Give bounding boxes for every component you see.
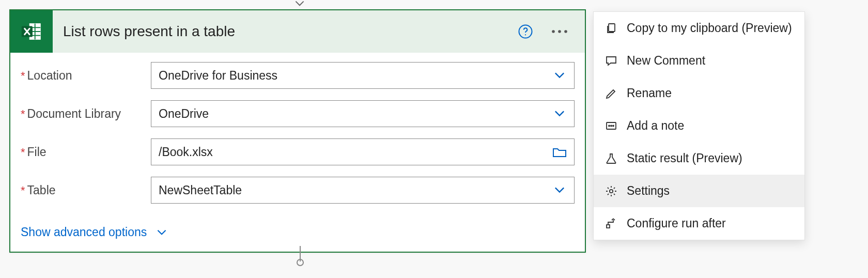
field-label: File: [27, 145, 47, 159]
menu-configure-run-after[interactable]: Configure run after: [594, 207, 804, 240]
menu-rename[interactable]: Rename: [594, 77, 804, 110]
menu-copy-clipboard[interactable]: Copy to my clipboard (Preview): [594, 12, 804, 44]
more-actions-button[interactable]: [551, 29, 571, 34]
location-value: OneDrive for Business: [159, 69, 552, 83]
svg-point-10: [564, 30, 567, 33]
help-icon[interactable]: [518, 24, 533, 39]
connector-line-icon: [295, 246, 305, 267]
svg-point-7: [525, 34, 526, 35]
field-row-document-library: * Document Library OneDrive: [21, 100, 575, 127]
connector-arrow-down-icon: [292, 0, 307, 10]
svg-point-8: [552, 30, 555, 33]
field-label: Table: [27, 183, 56, 197]
svg-point-9: [558, 30, 561, 33]
pencil-icon: [605, 87, 617, 100]
action-card-header[interactable]: List rows present in a table: [10, 10, 585, 53]
menu-static-result[interactable]: Static result (Preview): [594, 142, 804, 175]
file-picker[interactable]: /Book.xlsx: [151, 138, 575, 165]
svg-point-16: [611, 125, 612, 126]
svg-point-15: [609, 125, 610, 126]
chevron-down-icon: [552, 183, 567, 197]
menu-item-label: New Comment: [627, 54, 705, 68]
location-select[interactable]: OneDrive for Business: [151, 62, 575, 89]
context-menu: Copy to my clipboard (Preview) New Comme…: [593, 11, 805, 240]
chevron-down-icon: [552, 106, 567, 121]
action-card: List rows present in a table: [9, 9, 586, 253]
field-row-location: * Location OneDrive for Business: [21, 62, 575, 89]
document-library-select[interactable]: OneDrive: [151, 100, 575, 127]
svg-rect-19: [607, 225, 610, 228]
advanced-options-label: Show advanced options: [21, 225, 147, 239]
field-label: Location: [27, 69, 72, 83]
gear-icon: [605, 185, 617, 197]
menu-item-label: Add a note: [627, 119, 684, 133]
action-title: List rows present in a table: [53, 23, 518, 40]
menu-item-label: Settings: [627, 184, 670, 198]
menu-item-label: Configure run after: [627, 217, 726, 230]
chevron-down-icon: [155, 226, 168, 239]
svg-point-17: [613, 125, 614, 126]
copy-icon: [605, 22, 617, 35]
comment-icon: [605, 55, 617, 67]
field-row-table: * Table NewSheetTable: [21, 177, 575, 204]
menu-add-note[interactable]: Add a note: [594, 110, 804, 142]
field-label: Document Library: [27, 107, 121, 121]
excel-connector-icon: [10, 10, 53, 53]
menu-new-comment[interactable]: New Comment: [594, 44, 804, 77]
svg-rect-13: [609, 24, 615, 32]
required-asterisk: *: [21, 69, 25, 83]
designer-canvas: List rows present in a table: [0, 0, 868, 278]
menu-settings[interactable]: Settings: [594, 175, 804, 207]
required-asterisk: *: [21, 107, 25, 121]
menu-item-label: Copy to my clipboard (Preview): [627, 21, 792, 35]
action-card-body: * Location OneDrive for Business * Docum…: [10, 53, 585, 217]
required-asterisk: *: [21, 184, 25, 197]
svg-point-18: [610, 189, 613, 192]
required-asterisk: *: [21, 146, 25, 159]
file-value: /Book.xlsx: [159, 145, 552, 159]
run-after-icon: [605, 218, 617, 230]
menu-item-label: Rename: [627, 86, 672, 100]
document-library-value: OneDrive: [159, 107, 552, 121]
note-icon: [605, 120, 617, 132]
folder-browse-icon[interactable]: [552, 146, 567, 158]
table-value: NewSheetTable: [159, 183, 552, 197]
field-row-file: * File /Book.xlsx: [21, 138, 575, 165]
flask-icon: [605, 152, 617, 165]
table-select[interactable]: NewSheetTable: [151, 177, 575, 204]
chevron-down-icon: [552, 68, 567, 83]
menu-item-label: Static result (Preview): [627, 151, 742, 165]
